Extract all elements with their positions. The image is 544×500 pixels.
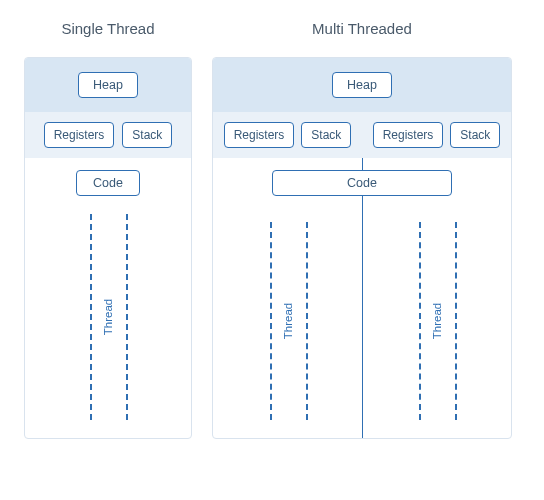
multi-heap-band: Heap [213, 58, 511, 112]
single-thread: Thread [25, 214, 191, 420]
multi-regstack-right: Registers Stack [362, 112, 511, 158]
multi-thread-left: Thread [213, 222, 362, 420]
thread-label: Thread [431, 303, 443, 339]
single-panel: Heap Registers Stack Code Thread [24, 57, 192, 439]
stack-box: Stack [122, 122, 172, 148]
multi-title: Multi Threaded [312, 20, 412, 37]
diagram-row: Single Thread Heap Registers Stack Code … [24, 20, 520, 439]
thread-dash-left [270, 222, 272, 420]
thread-dash-left [90, 214, 92, 420]
single-heap-band: Heap [25, 58, 191, 112]
single-body-col: Code Thread [25, 170, 191, 420]
registers-box: Registers [44, 122, 115, 148]
thread-dash-right [306, 222, 308, 420]
thread-label: Thread [102, 299, 114, 335]
code-box: Code [272, 170, 452, 196]
thread-dash-right [126, 214, 128, 420]
multi-thread-column: Multi Threaded Heap Registers Stack Regi… [212, 20, 512, 439]
multi-regstack-left: Registers Stack [213, 112, 362, 158]
thread-dash-right [455, 222, 457, 420]
single-title: Single Thread [61, 20, 154, 37]
multi-regstack-band: Registers Stack Registers Stack [213, 112, 511, 158]
single-regstack-band: Registers Stack [25, 112, 191, 158]
thread-divider [362, 158, 363, 438]
registers-box: Registers [224, 122, 295, 148]
multi-body-right: Thread [362, 170, 511, 420]
heap-box: Heap [78, 72, 138, 98]
single-thread-column: Single Thread Heap Registers Stack Code … [24, 20, 192, 439]
heap-box: Heap [332, 72, 392, 98]
thread-dash-left [419, 222, 421, 420]
multi-thread-right: Thread [362, 222, 511, 420]
multi-body-left: Thread [213, 170, 362, 420]
code-box: Code [76, 170, 140, 196]
multi-panel: Heap Registers Stack Registers Stack Cod… [212, 57, 512, 439]
stack-box: Stack [301, 122, 351, 148]
thread-label: Thread [282, 303, 294, 339]
single-body: Code Thread [25, 158, 191, 438]
stack-box: Stack [450, 122, 500, 148]
multi-body: Code Thread Thread [213, 158, 511, 438]
registers-box: Registers [373, 122, 444, 148]
